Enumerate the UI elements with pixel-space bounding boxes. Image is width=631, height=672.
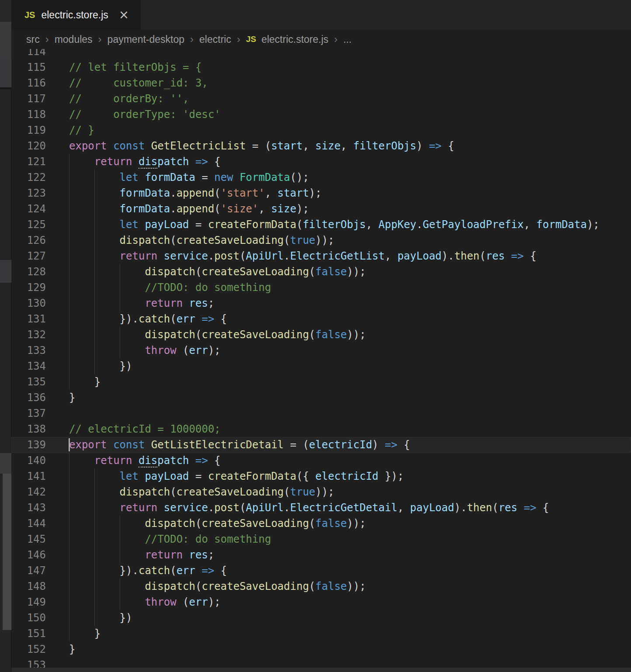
line-number[interactable]: 145 — [11, 531, 57, 547]
code-line-121[interactable]: 121 return dispatch => { — [11, 154, 631, 170]
indent-guide — [94, 201, 95, 217]
code-line-149[interactable]: 149 throw (err); — [11, 594, 631, 610]
code-line-150[interactable]: 150 }) — [11, 610, 631, 626]
line-number[interactable]: 122 — [11, 170, 57, 185]
line-number[interactable]: 148 — [11, 578, 57, 594]
line-number[interactable]: 130 — [11, 295, 57, 311]
indent-guide — [69, 201, 69, 217]
code-line-122[interactable]: 122 let formData = new FormData(); — [11, 170, 631, 185]
line-number[interactable]: 131 — [11, 311, 57, 327]
code-line-129[interactable]: 129 //TODO: do something — [11, 280, 631, 295]
line-number[interactable]: 119 — [11, 122, 57, 138]
line-number[interactable]: 123 — [11, 185, 57, 201]
line-number[interactable]: 138 — [11, 421, 57, 437]
line-number[interactable]: 136 — [11, 390, 57, 405]
code-line-146[interactable]: 146 return res; — [11, 547, 631, 563]
code-line-118[interactable]: 118// orderType: 'desc' — [11, 107, 631, 122]
indent-guide — [69, 280, 69, 295]
line-number[interactable]: 117 — [11, 91, 57, 107]
code-line-128[interactable]: 128 dispatch(createSaveLoading(false)); — [11, 264, 631, 280]
line-number[interactable]: 129 — [11, 280, 57, 295]
line-number[interactable]: 132 — [11, 327, 57, 343]
scrollbar-thumb[interactable] — [3, 474, 11, 630]
code-line-138[interactable]: 138// electricId = 1000000; — [11, 421, 631, 437]
code-line-151[interactable]: 151 } — [11, 626, 631, 641]
line-number[interactable]: 140 — [11, 453, 57, 468]
indent-guide — [94, 531, 95, 547]
line-number[interactable]: 149 — [11, 594, 57, 610]
close-icon[interactable]: × — [119, 9, 129, 21]
line-number[interactable]: 135 — [11, 374, 57, 390]
breadcrumb-item-modules[interactable]: modules — [55, 34, 93, 45]
tab-electric-store-js[interactable]: JS electric.store.js × — [11, 0, 141, 30]
code-line-132[interactable]: 132 dispatch(createSaveLoading(false)); — [11, 327, 631, 343]
code-line-140[interactable]: 140 return dispatch => { — [11, 453, 631, 468]
line-number[interactable]: 144 — [11, 516, 57, 531]
line-number[interactable]: 128 — [11, 264, 57, 280]
editor-lines[interactable]: 114115// let filterObjs = {116// custome… — [11, 44, 631, 672]
code-line-137[interactable]: 137 — [11, 405, 631, 421]
code-line-135[interactable]: 135 } — [11, 374, 631, 390]
breadcrumb-item-payment-desktop[interactable]: payment-desktop — [107, 34, 184, 45]
left-panel-sliver — [0, 0, 11, 672]
code-line-120[interactable]: 120export const GetElectricList = (start… — [11, 138, 631, 154]
horizontal-scrollbar[interactable] — [11, 668, 631, 672]
line-number[interactable]: 126 — [11, 232, 57, 248]
line-number[interactable]: 134 — [11, 358, 57, 374]
code-line-126[interactable]: 126 dispatch(createSaveLoading(true)); — [11, 232, 631, 248]
code-line-130[interactable]: 130 return res; — [11, 295, 631, 311]
code-line-134[interactable]: 134 }) — [11, 358, 631, 374]
indent-guide — [69, 594, 69, 610]
code-line-144[interactable]: 144 dispatch(createSaveLoading(false)); — [11, 516, 631, 531]
breadcrumb-symbol-path[interactable]: ... — [343, 34, 352, 45]
code-text: return res; — [57, 547, 631, 563]
code-line-141[interactable]: 141 let payLoad = createFormData({ elect… — [11, 468, 631, 484]
code-line-127[interactable]: 127 return service.post(ApiUrl.ElectricG… — [11, 248, 631, 264]
line-number[interactable]: 147 — [11, 563, 57, 578]
code-line-148[interactable]: 148 dispatch(createSaveLoading(false)); — [11, 578, 631, 594]
line-number[interactable]: 115 — [11, 59, 57, 75]
code-line-136[interactable]: 136} — [11, 390, 631, 405]
code-text — [57, 405, 631, 421]
code-line-133[interactable]: 133 throw (err); — [11, 343, 631, 358]
line-number[interactable]: 121 — [11, 154, 57, 170]
line-number[interactable]: 150 — [11, 610, 57, 626]
line-number[interactable]: 143 — [11, 500, 57, 516]
line-number[interactable]: 141 — [11, 468, 57, 484]
line-number[interactable]: 133 — [11, 343, 57, 358]
code-text: formData.append('start', start); — [57, 185, 631, 201]
code-line-115[interactable]: 115// let filterObjs = { — [11, 59, 631, 75]
code-line-117[interactable]: 117// orderBy: '', — [11, 91, 631, 107]
vscode-window: JS electric.store.js × src›modules›payme… — [0, 0, 631, 672]
line-number[interactable]: 146 — [11, 547, 57, 563]
line-number[interactable]: 151 — [11, 626, 57, 641]
breadcrumb-item-file[interactable]: electric.store.js — [261, 34, 328, 45]
line-number[interactable]: 127 — [11, 248, 57, 264]
line-number[interactable]: 152 — [11, 641, 57, 657]
code-line-116[interactable]: 116// customer_id: 3, — [11, 75, 631, 91]
code-text: // orderType: 'desc' — [57, 107, 631, 122]
code-line-143[interactable]: 143 return service.post(ApiUrl.ElectricG… — [11, 500, 631, 516]
code-line-124[interactable]: 124 formData.append('size', size); — [11, 201, 631, 217]
line-number[interactable]: 137 — [11, 405, 57, 421]
breadcrumb-item-src[interactable]: src — [26, 34, 40, 45]
line-number[interactable]: 118 — [11, 107, 57, 122]
line-number[interactable]: 116 — [11, 75, 57, 91]
breadcrumb-item-electric[interactable]: electric — [199, 34, 231, 45]
code-line-139[interactable]: 139export const GetListElectricDetail = … — [11, 437, 631, 453]
line-number[interactable]: 125 — [11, 217, 57, 232]
code-line-152[interactable]: 152} — [11, 641, 631, 657]
line-number[interactable]: 139 — [11, 437, 57, 453]
breadcrumb: src›modules›payment-desktop›electric›JSe… — [11, 30, 631, 49]
panel-segment — [0, 453, 11, 474]
code-line-142[interactable]: 142 dispatch(createSaveLoading(true)); — [11, 484, 631, 500]
line-number[interactable]: 124 — [11, 201, 57, 217]
code-line-145[interactable]: 145 //TODO: do something — [11, 531, 631, 547]
code-line-131[interactable]: 131 }).catch(err => { — [11, 311, 631, 327]
line-number[interactable]: 120 — [11, 138, 57, 154]
code-line-123[interactable]: 123 formData.append('start', start); — [11, 185, 631, 201]
code-line-147[interactable]: 147 }).catch(err => { — [11, 563, 631, 578]
line-number[interactable]: 142 — [11, 484, 57, 500]
code-line-125[interactable]: 125 let payLoad = createFormData(filterO… — [11, 217, 631, 232]
code-line-119[interactable]: 119// } — [11, 122, 631, 138]
